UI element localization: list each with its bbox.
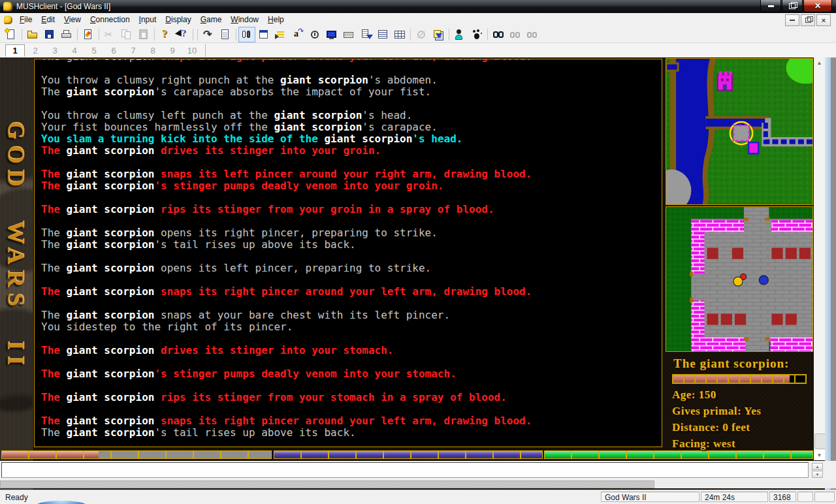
target-field: Gives primal: Yes xyxy=(672,403,761,419)
title-bar: MUSHclient - [God Wars II] ✕ xyxy=(0,0,836,13)
keyboard-macros-icon[interactable] xyxy=(340,27,357,42)
save-world-icon[interactable] xyxy=(41,27,58,42)
room-map-panel[interactable] xyxy=(666,206,813,352)
display-options-icon[interactable] xyxy=(323,27,340,42)
world-tab-8[interactable]: 8 xyxy=(144,45,162,56)
paste-icon xyxy=(138,29,150,40)
restore-button[interactable] xyxy=(782,0,803,12)
mouse-activity-icon xyxy=(471,29,483,40)
menu-connection[interactable]: Connection xyxy=(86,14,135,25)
aliases-icon[interactable] xyxy=(289,27,306,42)
spinner-up-arrow[interactable]: ▲ xyxy=(812,463,823,470)
terminal-line: You sidestep to the right of its pincer. xyxy=(41,321,662,333)
world-tab-1[interactable]: 1 xyxy=(5,44,25,57)
repeat-last-command-icon[interactable] xyxy=(200,27,217,42)
aliases-icon xyxy=(292,29,304,40)
terminal-line: The giant scorpion snaps its right pince… xyxy=(41,415,662,427)
menu-view[interactable]: View xyxy=(59,14,86,25)
paste-icon xyxy=(135,27,152,42)
toolbar xyxy=(0,26,836,43)
world-tab-9[interactable]: 9 xyxy=(163,45,182,56)
toolbar-separator xyxy=(449,29,449,40)
mouse-activity-icon[interactable] xyxy=(468,27,485,42)
triggers-icon xyxy=(275,29,287,40)
find-icon[interactable] xyxy=(490,27,507,42)
world-tab-4[interactable]: 4 xyxy=(65,45,84,56)
world-properties-icon[interactable] xyxy=(255,27,272,42)
minimize-button[interactable] xyxy=(760,0,781,12)
status-bar: Ready God Wars II 24m 24s 3168 xyxy=(0,490,836,504)
terminal-line xyxy=(41,98,662,110)
pause-output-icon xyxy=(413,27,430,42)
mdi-close-button[interactable]: × xyxy=(816,14,831,26)
menu-input[interactable]: Input xyxy=(135,14,161,25)
menu-window[interactable]: Window xyxy=(226,14,263,25)
spinner-down-arrow[interactable]: ▼ xyxy=(812,471,823,478)
world-tab-3[interactable]: 3 xyxy=(46,45,64,56)
world-tab-5[interactable]: 5 xyxy=(85,45,103,56)
terminal-line: You slam a turning kick into the side of… xyxy=(41,133,662,145)
world-tab-7[interactable]: 7 xyxy=(124,45,142,56)
status-empty-panel xyxy=(797,492,813,502)
chat-icon xyxy=(454,29,466,40)
toolbar-separator xyxy=(236,29,236,40)
terminal-line xyxy=(41,251,662,262)
open-world-icon[interactable] xyxy=(24,27,41,42)
scrollbar-thumb[interactable] xyxy=(814,433,826,449)
input-row: ▲ ▼ xyxy=(0,461,836,480)
variables-grid-icon[interactable] xyxy=(391,27,408,42)
menu-help[interactable]: Help xyxy=(263,14,289,25)
output-window[interactable]: The giant scorpion snaps its right pince… xyxy=(34,59,662,447)
send-file-icon xyxy=(432,29,444,40)
horizontal-scrollbar[interactable] xyxy=(0,480,836,488)
world-tab-2[interactable]: 2 xyxy=(26,45,44,56)
print-icon xyxy=(61,29,72,40)
send-file-icon[interactable] xyxy=(430,27,447,42)
help-icon[interactable] xyxy=(157,27,174,42)
new-world-icon[interactable] xyxy=(3,27,20,42)
scroll-to-bottom-icon xyxy=(360,29,372,40)
close-button[interactable]: ✕ xyxy=(803,0,832,12)
output-scrollbar[interactable]: ▲ ▼ xyxy=(814,57,825,460)
health-bar xyxy=(1,450,272,459)
cut-icon xyxy=(101,27,118,42)
mana-bar xyxy=(274,450,543,459)
terminal-line xyxy=(41,333,662,345)
world-properties-icon xyxy=(258,29,270,40)
mdi-restore-button[interactable] xyxy=(801,14,815,26)
menu-game[interactable]: Game xyxy=(196,14,227,25)
world-io-icon[interactable] xyxy=(238,27,255,42)
menu-file[interactable]: File xyxy=(15,14,37,25)
terminal-line: The giant scorpion's stinger pumps deadl… xyxy=(41,368,662,380)
scroll-up-arrow[interactable]: ▲ xyxy=(814,57,825,68)
new-world-icon xyxy=(5,29,17,40)
scroll-to-bottom-icon[interactable] xyxy=(357,27,374,42)
scroll-down-arrow[interactable]: ▼ xyxy=(814,450,825,460)
output-text-icon[interactable] xyxy=(374,27,391,42)
terminal-line: The giant scorpion drives its stinger in… xyxy=(41,145,662,157)
command-input[interactable] xyxy=(1,462,809,478)
edit-script-icon[interactable] xyxy=(80,27,97,42)
terminal-line xyxy=(41,356,662,368)
world-tab-6[interactable]: 6 xyxy=(104,45,123,56)
world-tab-10[interactable]: 10 xyxy=(183,45,201,56)
menu-edit[interactable]: Edit xyxy=(37,14,59,25)
mdi-minimize-button[interactable] xyxy=(785,14,799,26)
terminal-line: The giant scorpion opens its left pincer… xyxy=(41,262,662,274)
chat-icon[interactable] xyxy=(451,27,468,42)
timers-icon[interactable] xyxy=(306,27,323,42)
horizontal-scrollbar-thumb[interactable] xyxy=(0,480,654,488)
context-help-icon[interactable] xyxy=(174,27,191,42)
enemy-marker xyxy=(759,276,768,285)
print-icon[interactable] xyxy=(58,27,75,42)
world-map-panel[interactable] xyxy=(666,58,813,205)
player-location-marker xyxy=(730,122,752,144)
recall-text-icon[interactable] xyxy=(217,27,234,42)
terminal-line: The giant scorpion rips its stinger from… xyxy=(41,392,662,403)
menu-display[interactable]: Display xyxy=(161,14,195,25)
status-world-name: God Wars II xyxy=(601,492,699,502)
world-io-icon xyxy=(241,29,253,40)
terminal-line: The giant scorpion's tail rises up above… xyxy=(41,239,662,251)
toolbar-separator xyxy=(410,29,411,40)
triggers-icon[interactable] xyxy=(272,27,289,42)
